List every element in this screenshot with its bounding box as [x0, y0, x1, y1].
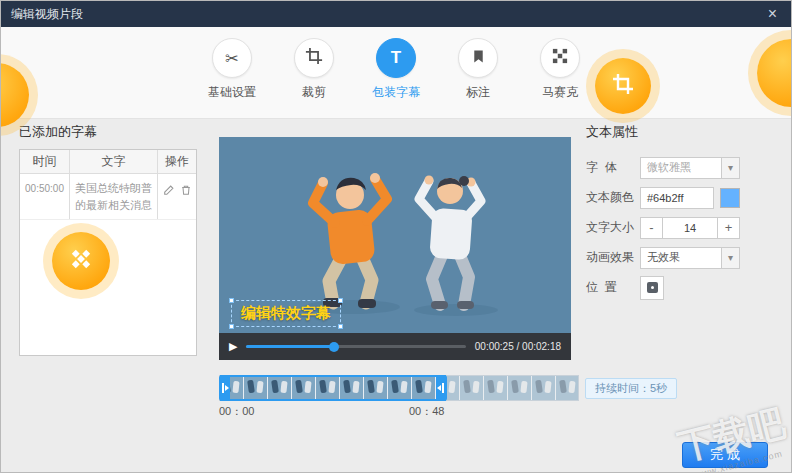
tool-subtitle-packaging[interactable]: T 包装字幕: [369, 38, 423, 118]
toolbar: ✂ 基础设置 裁剪 T 包装字幕 标注 马赛克: [1, 27, 791, 119]
text-color-input[interactable]: #64b2ff: [640, 187, 714, 209]
play-icon[interactable]: ▶: [229, 341, 237, 352]
text-color-label: 文本颜色: [586, 189, 640, 206]
tool-crop[interactable]: 裁剪: [287, 38, 341, 118]
tool-label: 马赛克: [542, 84, 578, 101]
animation-select[interactable]: 无效果 ▾: [640, 247, 740, 269]
edit-pencil-icon[interactable]: [163, 184, 175, 196]
done-button[interactable]: 完成: [682, 442, 768, 468]
tool-basic-settings[interactable]: ✂ 基础设置: [205, 38, 259, 118]
column-header-time: 时间: [20, 150, 70, 173]
animation-label: 动画效果: [586, 249, 640, 266]
font-select-value: 微软雅黑: [641, 158, 721, 178]
subtitle-overlay[interactable]: 编辑特效字幕: [231, 300, 341, 327]
progress-bar[interactable]: [246, 345, 465, 348]
chevron-down-icon[interactable]: ▾: [721, 158, 739, 178]
text-size-row: 文字大小 - 14 +: [586, 216, 776, 239]
time-display: 00:00:25 / 00:02:18: [475, 341, 561, 352]
tool-label: 包装字幕: [372, 84, 420, 101]
text-properties-title: 文本属性: [586, 123, 776, 141]
video-preview[interactable]: 编辑特效字幕: [219, 137, 571, 333]
timeline-time-mid: 00：48: [409, 404, 444, 419]
position-icon: [647, 282, 658, 293]
column-header-text: 文字: [70, 150, 158, 173]
subtitle-row-time: 00:50:00: [20, 174, 70, 219]
tool-mosaic[interactable]: 马赛克: [533, 38, 587, 118]
text-properties-panel: 文本属性 字 体 微软雅黑 ▾ 文本颜色 #64b2ff 文字大小 - 14 +…: [586, 123, 776, 306]
animation-select-value: 无效果: [641, 248, 721, 268]
tool-label: 裁剪: [302, 84, 326, 101]
subtitle-list-title: 已添加的字幕: [19, 123, 97, 141]
edit-video-clip-dialog: 编辑视频片段 × ✂ 基础设置 裁剪 T 包装字幕 标注: [0, 0, 792, 473]
tool-label: 基础设置: [208, 84, 256, 101]
tool-annotation[interactable]: 标注: [451, 38, 505, 118]
subtitle-table-header: 时间 文字 操作: [20, 150, 196, 174]
decor-circle-mosaic: [52, 232, 110, 290]
trim-handle-right-icon[interactable]: [436, 375, 447, 401]
tool-subtitle-circle: T: [376, 38, 416, 78]
timeline-unselected-area: [446, 376, 578, 400]
font-label: 字 体: [586, 159, 640, 176]
progress-fill: [246, 345, 334, 348]
tool-annotation-circle: [458, 38, 498, 78]
position-row: 位 置: [586, 276, 776, 299]
delete-trash-icon[interactable]: [180, 184, 192, 196]
subtitle-row-operations: [158, 174, 196, 219]
resize-handle-icon[interactable]: [338, 298, 343, 303]
text-color-row: 文本颜色 #64b2ff: [586, 186, 776, 209]
resize-handle-icon[interactable]: [229, 324, 234, 329]
duration-tooltip: 持续时间：5秒: [585, 378, 677, 399]
timeline[interactable]: [219, 375, 579, 401]
trim-handle-left-icon[interactable]: [219, 375, 230, 401]
video-controls-bar: ▶ 00:00:25 / 00:02:18: [219, 333, 571, 360]
tool-basic-settings-circle: ✂: [212, 38, 252, 78]
resize-handle-icon[interactable]: [338, 324, 343, 329]
position-label: 位 置: [586, 279, 640, 296]
crop-icon: [612, 73, 634, 99]
text-size-stepper: - 14 +: [640, 217, 740, 239]
size-minus-button[interactable]: -: [641, 218, 663, 238]
crop-icon: [305, 47, 323, 69]
font-select[interactable]: 微软雅黑 ▾: [640, 157, 740, 179]
chevron-down-icon[interactable]: ▾: [721, 248, 739, 268]
column-header-operation: 操作: [158, 150, 196, 173]
subtitle-row[interactable]: 00:50:00 美国总统特朗普的最新相关消息: [20, 174, 196, 220]
titlebar: 编辑视频片段 ×: [1, 1, 791, 27]
tool-mosaic-circle: [540, 38, 580, 78]
scissors-icon: ✂: [225, 49, 238, 68]
mosaic-icon: [69, 247, 93, 275]
subtitle-overlay-text: 编辑特效字幕: [241, 304, 331, 321]
animation-row: 动画效果 无效果 ▾: [586, 246, 776, 269]
close-icon[interactable]: ×: [764, 1, 781, 27]
font-row: 字 体 微软雅黑 ▾: [586, 156, 776, 179]
tool-crop-circle: [294, 38, 334, 78]
position-button[interactable]: [640, 276, 664, 300]
timeline-selection[interactable]: [220, 375, 446, 401]
resize-handle-icon[interactable]: [229, 298, 234, 303]
progress-thumb[interactable]: [329, 342, 339, 352]
color-swatch[interactable]: [720, 188, 740, 208]
text-tool-icon: T: [391, 48, 401, 68]
timeline-time-start: 00：00: [219, 404, 254, 419]
mosaic-icon: [552, 48, 568, 68]
subtitle-row-text: 美国总统特朗普的最新相关消息: [70, 174, 158, 219]
bookmark-icon: [471, 49, 486, 68]
text-size-label: 文字大小: [586, 219, 640, 236]
window-title: 编辑视频片段: [1, 6, 83, 23]
size-plus-button[interactable]: +: [717, 218, 739, 238]
tool-label: 标注: [466, 84, 490, 101]
size-value: 14: [663, 218, 717, 238]
decor-circle-crop: [595, 58, 651, 114]
video-player: 编辑特效字幕 ▶ 00:00:25 / 00:02:18: [219, 137, 571, 360]
